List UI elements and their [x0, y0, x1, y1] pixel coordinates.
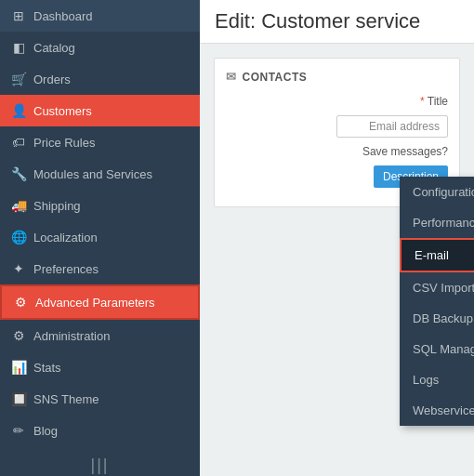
save-messages-label: Save messages? [362, 145, 448, 158]
submenu-label-db-backup: DB Backup [413, 311, 473, 325]
administration-icon: ⚙ [11, 328, 26, 343]
sidebar-label-price-rules: Price Rules [33, 136, 95, 150]
envelope-icon: ✉ [226, 70, 237, 84]
preferences-icon: ✦ [11, 261, 26, 276]
sidebar-item-dashboard[interactable]: ⊞ Dashboard [0, 0, 200, 32]
sidebar-label-sns: SNS Theme [33, 392, 99, 406]
customers-icon: 👤 [11, 103, 26, 118]
contacts-header: ✉ CONTACTS [226, 70, 448, 84]
submenu-label-config-info: Configuration Information [413, 185, 474, 199]
submenu-label-csv-import: CSV Import [413, 281, 474, 295]
save-messages-row: Save messages? [226, 145, 448, 158]
sidebar-label-administration: Administration [33, 329, 110, 343]
sidebar-item-localization[interactable]: 🌐 Localization [0, 221, 200, 253]
submenu-label-sql-manager: SQL Manager [413, 342, 474, 356]
sidebar-label-modules: Modules and Services [33, 167, 152, 181]
email-field[interactable]: Email address [336, 115, 448, 138]
sidebar-item-blog[interactable]: ✏ Blog [0, 415, 200, 446]
shipping-icon: 🚚 [11, 198, 26, 213]
sidebar-label-customers: Customers [33, 104, 92, 118]
submenu-item-sql-manager[interactable]: SQL Manager [400, 334, 474, 364]
email-row: Email address [226, 115, 448, 138]
submenu-label-email: E-mail [415, 248, 449, 262]
modules-icon: 🔧 [11, 166, 26, 181]
sidebar-item-advanced[interactable]: ⚙ Advanced Parameters [0, 284, 200, 320]
page-title: Edit: Customer service [215, 9, 459, 33]
sidebar-label-shipping: Shipping [33, 199, 81, 213]
stats-icon: 📊 [11, 360, 26, 375]
submenu-label-logs: Logs [413, 373, 439, 387]
sidebar-label-stats: Stats [33, 361, 61, 375]
sidebar-label-catalog: Catalog [33, 41, 75, 55]
submenu-item-email[interactable]: E-mail [400, 238, 474, 272]
blog-icon: ✏ [11, 423, 26, 438]
price-rules-icon: 🏷 [11, 135, 26, 150]
catalog-icon: ◧ [11, 40, 26, 55]
sidebar-label-preferences: Preferences [33, 262, 99, 276]
sidebar-item-stats[interactable]: 📊 Stats [0, 351, 200, 383]
advanced-icon: ⚙ [13, 295, 28, 310]
sidebar-bottom: ||| [0, 446, 200, 476]
localization-icon: 🌐 [11, 230, 26, 245]
sidebar-label-blog: Blog [33, 424, 58, 438]
sidebar-item-sns-theme[interactable]: 🔲 SNS Theme [0, 383, 200, 415]
sidebar-label-dashboard: Dashboard [33, 9, 93, 23]
submenu-label-webservice: Webservice [413, 403, 474, 417]
sns-icon: 🔲 [11, 391, 26, 406]
submenu-label-performance: Performance [413, 216, 474, 230]
sidebar-item-orders[interactable]: 🛒 Orders [0, 63, 200, 95]
title-row: Title [226, 95, 448, 108]
title-label: Title [420, 95, 448, 108]
submenu-item-config-info[interactable]: Configuration Information [400, 177, 474, 207]
submenu-item-performance[interactable]: Performance [400, 207, 474, 238]
submenu-item-csv-import[interactable]: CSV Import [400, 272, 474, 303]
sidebar-item-administration[interactable]: ⚙ Administration [0, 320, 200, 351]
sidebar-item-price-rules[interactable]: 🏷 Price Rules [0, 126, 200, 158]
sidebar-item-catalog[interactable]: ◧ Catalog [0, 32, 200, 63]
sidebar-item-modules[interactable]: 🔧 Modules and Services [0, 158, 200, 190]
sidebar-item-preferences[interactable]: ✦ Preferences [0, 253, 200, 284]
dashboard-icon: ⊞ [11, 8, 26, 23]
sidebar: ⊞ Dashboard ◧ Catalog 🛒 Orders 👤 Custome… [0, 0, 200, 476]
contacts-title: CONTACTS [243, 71, 308, 84]
submenu: Configuration Information Performance E-… [400, 177, 474, 426]
page-header: Edit: Customer service [200, 0, 474, 44]
submenu-item-logs[interactable]: Logs [400, 364, 474, 395]
sidebar-item-shipping[interactable]: 🚚 Shipping [0, 190, 200, 221]
sidebar-collapse-bars[interactable]: ||| [90, 456, 109, 475]
submenu-item-db-backup[interactable]: DB Backup [400, 303, 474, 334]
sidebar-label-localization: Localization [33, 231, 98, 245]
sidebar-item-customers[interactable]: 👤 Customers [0, 95, 200, 126]
sidebar-label-orders: Orders [33, 73, 71, 86]
sidebar-label-advanced: Advanced Parameters [35, 296, 155, 310]
orders-icon: 🛒 [11, 72, 26, 86]
submenu-item-webservice[interactable]: Webservice [400, 395, 474, 426]
main-content: Edit: Customer service ✉ CONTACTS Title … [200, 0, 474, 476]
